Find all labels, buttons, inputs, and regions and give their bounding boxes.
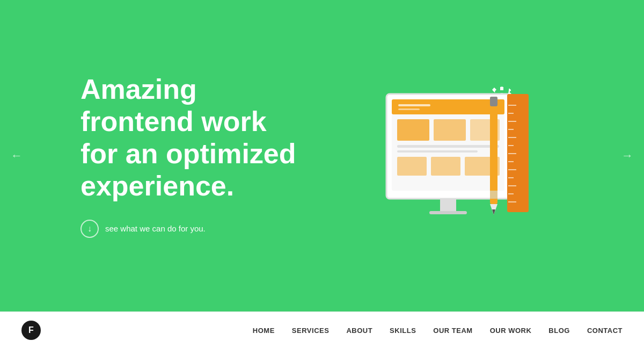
nav-item-contact[interactable]: CONTACT (587, 325, 623, 335)
svg-rect-7 (397, 119, 429, 141)
logo[interactable]: F (21, 321, 41, 340)
svg-rect-4 (392, 99, 504, 114)
hero-cta[interactable]: ↓ see what we can do for you. (80, 220, 306, 238)
hero-illustration (338, 64, 564, 247)
svg-rect-8 (434, 119, 466, 141)
svg-rect-35 (508, 201, 516, 202)
hero-cta-text: see what we can do for you. (105, 224, 206, 233)
hero-title: Amazing frontend work for an optimized e… (80, 74, 306, 202)
svg-rect-20 (490, 97, 497, 106)
svg-rect-11 (397, 150, 478, 153)
svg-rect-31 (508, 169, 516, 170)
svg-rect-6 (398, 108, 420, 110)
svg-rect-30 (508, 161, 514, 162)
nav-item-home[interactable]: HOME (253, 325, 275, 335)
svg-rect-16 (429, 211, 467, 214)
svg-rect-28 (508, 145, 514, 146)
svg-rect-27 (508, 137, 516, 138)
svg-rect-21 (490, 191, 497, 199)
svg-rect-5 (398, 104, 430, 106)
svg-rect-34 (508, 193, 514, 194)
svg-rect-26 (508, 129, 514, 130)
svg-rect-24 (508, 113, 514, 114)
hero-section: ← Amazing frontend work for an optimized… (0, 0, 644, 311)
svg-rect-33 (508, 185, 516, 186)
svg-rect-10 (397, 145, 499, 148)
nav-item-services[interactable]: SERVICES (292, 325, 330, 335)
svg-marker-19 (492, 209, 495, 215)
svg-rect-17 (490, 97, 497, 204)
svg-rect-29 (508, 153, 516, 154)
svg-rect-32 (508, 177, 514, 178)
svg-rect-25 (508, 121, 516, 122)
nav-item-blog[interactable]: BLOG (548, 325, 570, 335)
nav-item-about[interactable]: ABOUT (346, 325, 372, 335)
svg-rect-13 (431, 157, 460, 176)
nav-item-skills[interactable]: SKILLS (390, 325, 416, 335)
navbar: F HOME SERVICES ABOUT SKILLS OUR TEAM OU… (0, 311, 644, 348)
svg-rect-15 (440, 199, 456, 212)
nav-item-our-team[interactable]: OUR TEAM (433, 325, 472, 335)
svg-rect-23 (508, 105, 516, 106)
nav-item-our-work[interactable]: OUR WORK (490, 325, 532, 335)
nav-arrow-left[interactable]: ← (11, 149, 23, 163)
svg-rect-12 (397, 157, 427, 176)
nav-arrow-right[interactable]: → (621, 149, 633, 163)
